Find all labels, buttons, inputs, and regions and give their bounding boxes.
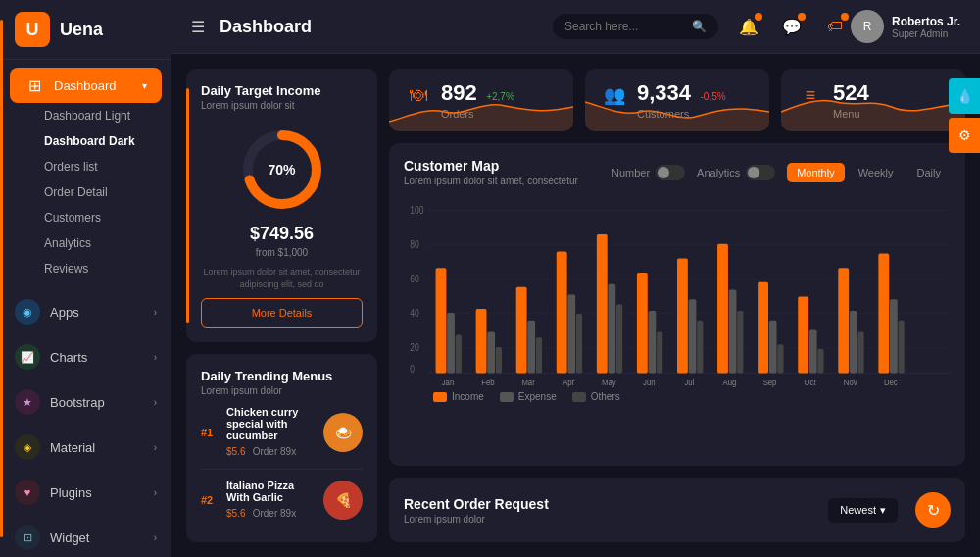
messages-icon[interactable]: 💬 xyxy=(776,11,808,42)
number-toggle-group: Number xyxy=(612,165,685,180)
sidebar-item-reviews[interactable]: Reviews xyxy=(0,256,172,281)
sidebar-material-label: Material xyxy=(50,440,154,455)
more-details-button[interactable]: More Details xyxy=(201,298,363,328)
svg-text:Aug: Aug xyxy=(723,377,737,387)
sidebar-item-apps[interactable]: ◉ Apps › xyxy=(0,289,172,334)
menu-image-2: 🍕 xyxy=(323,481,363,520)
stat-card-orders: 🍽 892 +2,7% Orders xyxy=(389,69,573,131)
number-toggle-label: Number xyxy=(612,167,650,178)
sidebar-item-plugins[interactable]: ♥ Plugins › xyxy=(0,470,172,515)
settings-fab-button[interactable]: ⚙ xyxy=(949,118,980,153)
income-amount: $749.56 xyxy=(201,224,363,244)
notification-badge xyxy=(755,13,762,21)
sidebar-dashboard-label: Dashboard xyxy=(54,78,142,93)
legend-others: Others xyxy=(572,391,620,402)
income-subtitle: Lorem ipsum dolor sit xyxy=(201,100,363,111)
user-role: Super Admin xyxy=(892,28,960,39)
analytics-toggle[interactable] xyxy=(746,165,775,180)
chevron-right-icon2: › xyxy=(154,352,157,363)
chevron-right-icon6: › xyxy=(154,532,157,543)
svg-text:🍛: 🍛 xyxy=(335,425,353,441)
svg-text:Jan: Jan xyxy=(442,377,455,387)
card-accent-bar xyxy=(186,88,189,323)
sidebar-item-analytics[interactable]: Analytics xyxy=(0,230,172,256)
sidebar-item-material[interactable]: ◈ Material › xyxy=(0,425,172,470)
plugins-icon: ♥ xyxy=(15,480,40,505)
expense-legend-color xyxy=(500,392,514,402)
filter-daily[interactable]: Daily xyxy=(907,163,951,182)
number-toggle[interactable] xyxy=(656,165,685,180)
svg-text:Nov: Nov xyxy=(844,377,858,387)
svg-rect-26 xyxy=(516,287,527,374)
sidebar-item-customers[interactable]: Customers xyxy=(0,205,172,230)
favorites-icon[interactable]: 🏷 xyxy=(819,11,851,42)
map-header: Customer Map Lorem ipsum dolor sit amet,… xyxy=(404,158,951,186)
svg-text:Dec: Dec xyxy=(884,377,898,387)
menu-info-1: Chicken curry special with cucumber $5.6… xyxy=(226,406,316,459)
sidebar: U Uena ⊞ Dashboard ▾ Dashboard Light Das… xyxy=(0,0,172,557)
search-input[interactable] xyxy=(564,20,692,33)
svg-rect-34 xyxy=(597,234,608,373)
sidebar-item-dashboard-dark[interactable]: Dashboard Dark xyxy=(0,128,172,154)
sidebar-item-charts[interactable]: 📈 Charts › xyxy=(0,334,172,380)
content-area: Daily Target Income Lorem ipsum dolor si… xyxy=(172,54,980,557)
svg-rect-51 xyxy=(769,321,777,374)
recent-orders-card: Recent Order Request Lorem ipsum dolor N… xyxy=(389,478,965,542)
svg-text:May: May xyxy=(602,377,616,387)
menu-name-1: Chicken curry special with cucumber xyxy=(226,406,316,441)
refresh-button[interactable]: ↻ xyxy=(915,492,951,528)
logo-text: Uena xyxy=(60,20,103,40)
svg-text:60: 60 xyxy=(410,273,418,284)
svg-rect-35 xyxy=(608,284,615,374)
toggle-knob2 xyxy=(748,167,760,178)
sidebar-item-orders-list[interactable]: Orders list xyxy=(0,154,172,179)
orders-sparkline xyxy=(389,87,573,131)
stat-card-customers: 👥 9,334 -0,5% Customers xyxy=(585,69,769,131)
teal-fab-button[interactable]: 💧 xyxy=(949,78,980,114)
recent-orders-actions: Newest ▾ ↻ xyxy=(828,492,951,528)
right-panel: 🍽 892 +2,7% Orders xyxy=(389,69,965,542)
svg-rect-54 xyxy=(798,296,808,373)
svg-rect-28 xyxy=(536,337,542,373)
sidebar-widget-label: Widget xyxy=(50,531,154,545)
chevron-right-icon: › xyxy=(154,307,157,318)
svg-rect-63 xyxy=(890,299,898,373)
svg-rect-42 xyxy=(677,258,688,373)
charts-icon: 📈 xyxy=(15,344,40,370)
sidebar-item-dashboard-light[interactable]: Dashboard Light xyxy=(0,103,172,128)
notifications-icon[interactable]: 🔔 xyxy=(733,11,764,42)
menu-info-2: Italiano Pizza With Garlic $5.6 Order 89… xyxy=(226,480,316,521)
income-from-text: from $1,000 xyxy=(201,247,363,258)
map-subtitle: Lorem ipsum dolor sit amet, consectetur xyxy=(404,176,578,186)
content-main: Daily Target Income Lorem ipsum dolor si… xyxy=(172,54,980,557)
svg-rect-39 xyxy=(649,311,657,373)
chevron-down-icon: ▾ xyxy=(142,80,147,91)
sidebar-plugins-label: Plugins xyxy=(50,485,154,500)
analytics-toggle-label: Analytics xyxy=(697,167,740,178)
sidebar-item-widget[interactable]: ⊡ Widget › xyxy=(0,515,172,557)
sidebar-item-dashboard[interactable]: ⊞ Dashboard ▾ xyxy=(10,68,162,103)
dashboard-icon: ⊞ xyxy=(24,76,44,95)
svg-rect-36 xyxy=(616,304,622,373)
hamburger-icon[interactable]: ☰ xyxy=(191,18,205,36)
newest-button[interactable]: Newest ▾ xyxy=(828,498,898,523)
widget-icon: ⊡ xyxy=(15,525,40,550)
svg-rect-18 xyxy=(436,268,447,373)
filter-weekly[interactable]: Weekly xyxy=(849,163,904,182)
chart-legend: Income Expense Others xyxy=(404,391,951,402)
svg-text:Feb: Feb xyxy=(481,377,494,387)
svg-rect-64 xyxy=(899,321,905,374)
sidebar-item-bootstrap[interactable]: ★ Bootstrap › xyxy=(0,380,172,425)
water-icon: 💧 xyxy=(956,88,973,104)
sidebar-item-order-detail[interactable]: Order Detail xyxy=(0,179,172,205)
search-bar[interactable]: 🔍 xyxy=(553,14,718,39)
svg-rect-31 xyxy=(567,294,575,373)
search-icon[interactable]: 🔍 xyxy=(692,20,707,33)
user-name: Robertos Jr. xyxy=(892,15,960,28)
svg-text:100: 100 xyxy=(410,204,423,216)
map-title-section: Customer Map Lorem ipsum dolor sit amet,… xyxy=(404,158,578,186)
user-info: R Robertos Jr. Super Admin xyxy=(851,10,960,43)
filter-monthly[interactable]: Monthly xyxy=(787,163,845,182)
expense-legend-label: Expense xyxy=(518,391,557,402)
svg-rect-56 xyxy=(817,349,823,373)
